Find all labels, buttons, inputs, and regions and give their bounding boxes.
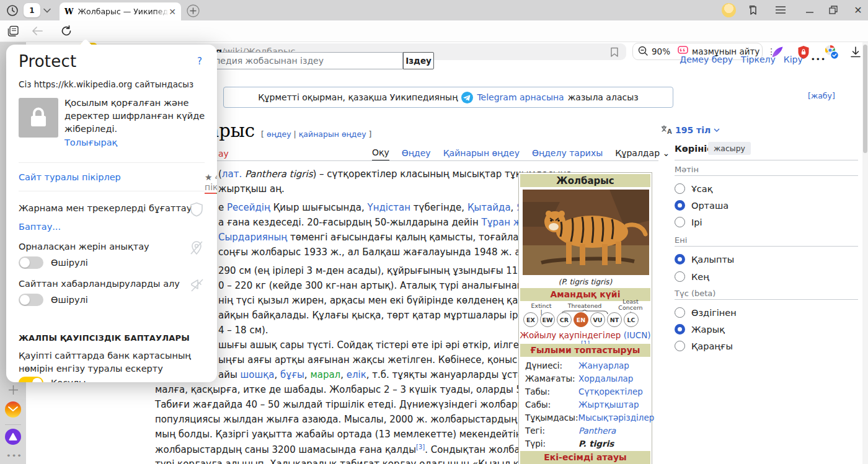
title-edit-links: [ өңдеу | қайнарын өңдеу ] — [261, 129, 371, 139]
bankcard-toggle[interactable] — [19, 377, 43, 382]
bookmarks-collections-icon[interactable] — [746, 4, 760, 17]
browser-window: 1 W Жолбарыс — Уикипеди ✕ ✕ — [0, 0, 868, 464]
site-reviews-link[interactable]: Сайт туралы пікірлер — [19, 172, 121, 182]
radio-option-Өздігінен[interactable]: Өздігінен — [675, 307, 737, 318]
radio-icon[interactable] — [675, 183, 685, 194]
view-tab-Қайнарын өңдеу[interactable]: Қайнарын өңдеу — [443, 148, 520, 160]
tiger-photo[interactable] — [523, 190, 649, 275]
notifications-toggle[interactable] — [19, 294, 43, 306]
adblock-configure-link[interactable]: Баптау... — [19, 222, 61, 232]
radio-option-Қалыпты[interactable]: Қалыпты — [675, 254, 734, 265]
tab-close-icon[interactable]: ✕ — [169, 7, 176, 17]
taxonomy-value-link[interactable]: Жануарлар — [578, 361, 629, 370]
active-tab[interactable]: W Жолбарыс — Уикипеди ✕ — [60, 2, 181, 20]
connection-lock-icon — [19, 98, 58, 138]
article-link[interactable]: бұғы — [280, 369, 304, 380]
article-link[interactable]: Сырдарияның — [218, 232, 287, 243]
taxobox-title: Жолбарыс — [520, 174, 650, 187]
article-line: жыртқыш аң. — [218, 183, 285, 195]
telegram-channel-link[interactable]: Telegram арнасына — [477, 92, 564, 102]
radio-option-Жарық[interactable]: Жарық — [675, 324, 725, 335]
divider — [675, 175, 858, 176]
language-selector[interactable]: A 195 тіл — [661, 125, 720, 135]
radio-option-Кең[interactable]: Кең — [675, 271, 709, 282]
menu-icon[interactable] — [774, 4, 787, 15]
iucn-link[interactable]: (IUCN) — [624, 330, 651, 340]
reload-icon[interactable] — [58, 24, 74, 38]
wiki-search-button[interactable]: Іздеу — [403, 52, 434, 69]
yandex-mail-icon[interactable] — [5, 401, 21, 418]
taxonomy-value-link[interactable]: Сүтқоректілер — [578, 387, 643, 396]
view-tab-Өңдеу[interactable]: Өңдеу — [402, 148, 431, 160]
article-link[interactable]: марал — [310, 369, 340, 380]
tabs-chevron-down-icon[interactable] — [42, 6, 52, 15]
profile-avatar[interactable] — [722, 3, 736, 17]
geolocation-toggle[interactable] — [19, 256, 43, 269]
article-link[interactable]: Қытайда — [467, 202, 511, 213]
talk-tab-fragment[interactable]: ау — [218, 149, 229, 159]
download-icon[interactable] — [848, 45, 863, 59]
radio-option-Қараңғы[interactable]: Қараңғы — [675, 341, 733, 351]
top-more-icon[interactable]: ••• — [811, 55, 826, 64]
article-link[interactable]: [3] — [416, 444, 425, 450]
sidebar-toggle-icon[interactable] — [6, 24, 20, 38]
language-icon: A — [661, 125, 672, 135]
window-restore-icon[interactable] — [827, 4, 839, 15]
register-link[interactable]: Тіркелу — [741, 55, 776, 64]
taxonomy-value-link[interactable]: Жыртқыштар — [578, 400, 639, 409]
zoom-level[interactable]: 90% — [652, 46, 670, 56]
edit-source-link[interactable]: қайнарын өңдеу — [299, 129, 366, 139]
back-button-icon[interactable] — [30, 24, 45, 38]
protect-help-link[interactable]: ? — [197, 56, 202, 67]
article-view-tabs: ОқуӨңдеуҚайнарын өңдеуӨңделу тарихыҚұрал… — [372, 147, 670, 160]
history-clock-icon[interactable] — [5, 3, 20, 18]
banner-close-link[interactable]: [жабу] — [808, 91, 835, 100]
article-link[interactable]: Үндістан — [368, 202, 411, 213]
radio-option-Ұсақ[interactable]: Ұсақ — [675, 183, 712, 194]
view-tab-Құралдар[interactable]: Құралдар ⌄ — [615, 148, 670, 160]
new-tab-button[interactable] — [186, 4, 200, 17]
view-tab-Өңделу тарихы[interactable]: Өңделу тарихы — [532, 148, 603, 160]
window-minimize-icon[interactable] — [804, 5, 816, 15]
taxonomy-label: Тұқымдасы: — [525, 413, 578, 422]
article-text: а ғана кездеседі. 20-ғасырдың 50-жылдары… — [218, 217, 481, 228]
scrollbar-thumb[interactable] — [863, 45, 867, 153]
taxonomy-value-link[interactable]: Panthera — [578, 426, 616, 436]
bookmark-flag-icon[interactable] — [608, 45, 621, 59]
radio-option-Орташа[interactable]: Орташа — [675, 200, 728, 211]
sidebar-add-icon[interactable] — [7, 384, 19, 395]
article-link[interactable]: шошқа — [241, 369, 275, 380]
radio-label: Кең — [691, 272, 709, 282]
more-details-link[interactable]: Толығырақ — [64, 138, 117, 147]
article-link[interactable]: Ресейдің — [227, 202, 270, 213]
geolocation-off-icon — [190, 240, 205, 255]
taxonomy-value-link[interactable]: Хордалылар — [578, 374, 633, 383]
radio-icon[interactable] — [675, 307, 685, 318]
radio-checked-icon[interactable] — [675, 254, 685, 265]
donate-link[interactable]: Демеу беру — [680, 55, 733, 64]
radio-icon[interactable] — [675, 271, 685, 282]
radio-icon[interactable] — [675, 217, 685, 227]
article-link[interactable]: елік — [347, 369, 366, 380]
radio-checked-icon[interactable] — [675, 200, 685, 211]
zoom-out-magnifier-icon[interactable] — [638, 46, 648, 58]
edit-link[interactable]: өңдеу — [267, 129, 291, 139]
radio-checked-icon[interactable] — [675, 324, 685, 335]
article-text: соңғы жолбарыс 1933 ж., ал Балқаш жағала… — [218, 247, 559, 258]
radio-option-Ірі[interactable]: Ірі — [675, 217, 702, 227]
banner-text: Құрметті оқырман, қазақша Уикипедияның — [258, 92, 458, 102]
wiki-search-input[interactable] — [186, 52, 403, 69]
article-link[interactable]: лат. — [222, 169, 242, 180]
sidebar-divider — [5, 424, 21, 425]
view-tab-Оқу[interactable]: Оқу — [372, 147, 389, 160]
sidebar-more-icon[interactable]: ••• — [6, 451, 21, 460]
login-link[interactable]: Кіру — [784, 55, 803, 64]
iucn-CR: CR — [557, 312, 572, 327]
taxonomy-value-link[interactable]: Мысықтәрізділер — [578, 413, 654, 422]
appearance-hide-button[interactable]: жасыру — [708, 142, 751, 155]
article-line: соңғы жолбарыс 1933 ж., ал Балқаш жағала… — [218, 247, 559, 258]
radio-icon[interactable] — [675, 341, 685, 351]
tab-group-counter[interactable]: 1 — [24, 3, 40, 17]
alice-assistant-icon[interactable] — [5, 429, 21, 445]
window-close-icon[interactable]: ✕ — [852, 4, 864, 16]
